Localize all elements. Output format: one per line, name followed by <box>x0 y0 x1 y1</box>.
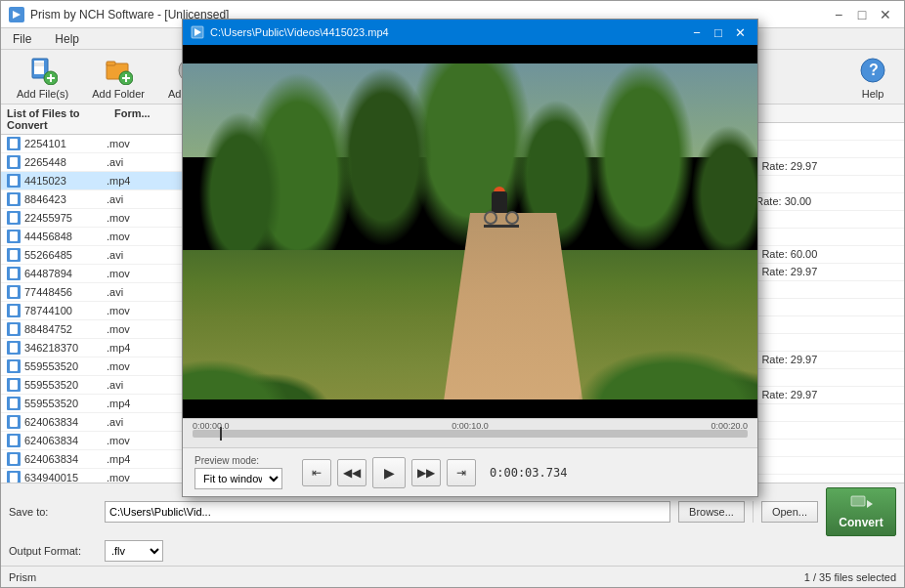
file-row[interactable]: 8846423 .avi <box>1 190 195 209</box>
help-icon: ? <box>857 55 888 86</box>
column-header-name: List of Files to Convert <box>7 107 114 131</box>
file-name: 64487894 <box>24 268 103 279</box>
file-row[interactable]: 559553520 .mp4 <box>1 395 195 413</box>
file-row[interactable]: 88484752 .mov <box>1 320 195 339</box>
add-files-label: Add File(s) <box>17 88 68 100</box>
save-to-input[interactable] <box>105 501 670 523</box>
file-row[interactable]: 346218370 .mp4 <box>1 339 195 357</box>
scene-rider <box>482 187 521 245</box>
svg-marker-0 <box>13 11 21 19</box>
file-row[interactable]: 2265448 .avi <box>1 153 195 172</box>
video-content <box>183 45 757 418</box>
help-label: Help <box>862 88 884 100</box>
minimize-button[interactable]: − <box>828 6 849 23</box>
file-icon <box>7 267 21 280</box>
add-files-button[interactable]: Add File(s) <box>9 51 76 104</box>
timeline-label-mid: 0:00:10.0 <box>452 421 489 431</box>
convert-icon <box>849 494 873 514</box>
file-name: 4415023 <box>24 175 103 187</box>
file-name: 559553520 <box>24 360 103 372</box>
file-format: .mov <box>107 268 146 279</box>
maximize-button[interactable]: □ <box>851 6 873 23</box>
file-icon <box>7 137 21 150</box>
video-minimize-button[interactable]: − <box>687 23 707 41</box>
file-row[interactable]: 78744100 .mov <box>1 302 195 320</box>
output-format-row: Output Format: .flv .mp4 .avi .mov .mkv <box>9 540 896 562</box>
video-timeline[interactable]: 0:00:00.0 0:00:10.0 0:00:20.0 <box>183 418 757 447</box>
file-row[interactable]: 77448456 .avi <box>1 283 195 302</box>
video-title-text: C:\Users\Public\Videos\4415023.mp4 <box>191 25 389 39</box>
file-row[interactable]: 22455975 .mov <box>1 209 195 228</box>
open-button[interactable]: Open... <box>761 501 818 523</box>
file-icon <box>7 192 21 206</box>
file-row[interactable]: 559553520 .mov <box>1 357 195 376</box>
file-row[interactable]: 4415023 .mp4 <box>1 172 195 190</box>
help-button[interactable]: ? Help <box>849 51 896 104</box>
browse-button[interactable]: Browse... <box>678 501 745 523</box>
app-icon <box>9 7 24 22</box>
file-row[interactable]: 634940015 .mov <box>1 469 195 483</box>
app-window: Prism by NCH Software - [Unlicensed] − □… <box>0 0 905 588</box>
file-row[interactable]: 55266485 .avi <box>1 246 195 265</box>
scene-black-top <box>183 45 757 63</box>
step-back-button[interactable]: ◀◀ <box>337 459 366 486</box>
menu-file[interactable]: File <box>9 31 35 47</box>
file-row[interactable]: 624063834 .mp4 <box>1 450 195 469</box>
file-row[interactable]: 2254101 .mov <box>1 135 195 153</box>
video-controls: Preview mode: Fit to window Original siz… <box>183 447 757 496</box>
app-name-status: Prism <box>9 571 36 583</box>
file-name: 88484752 <box>24 323 103 335</box>
skip-to-end-button[interactable]: ⇥ <box>447 459 476 486</box>
video-overlay-window[interactable]: C:\Users\Public\Videos\4415023.mp4 − □ ✕ <box>182 19 758 497</box>
file-row[interactable]: 624063834 .avi <box>1 413 195 432</box>
file-name: 624063834 <box>24 416 103 428</box>
play-button[interactable]: ▶ <box>372 457 406 488</box>
file-name: 559553520 <box>24 379 103 391</box>
file-name: 44456848 <box>24 231 103 242</box>
video-close-button[interactable]: ✕ <box>730 23 750 41</box>
convert-button[interactable]: Convert <box>826 487 896 536</box>
svg-marker-20 <box>867 500 873 508</box>
file-name: 2254101 <box>24 138 103 149</box>
file-icon <box>7 304 21 317</box>
preview-mode-select[interactable]: Fit to window Original size Stretch <box>194 468 282 489</box>
file-format: .mov <box>107 323 146 335</box>
file-icon <box>7 248 21 262</box>
file-row[interactable]: 64487894 .mov <box>1 265 195 283</box>
video-window-title: C:\Users\Public\Videos\4415023.mp4 <box>210 26 389 38</box>
file-icon <box>7 452 21 466</box>
file-row[interactable]: 559553520 .avi <box>1 376 195 395</box>
file-icon <box>7 378 21 392</box>
file-list[interactable]: 2254101 .mov 2265448 .avi 4415023 .mp4 8… <box>1 135 195 483</box>
file-format: .mp4 <box>107 175 146 187</box>
file-icon <box>7 155 21 169</box>
status-bar: Prism 1 / 35 files selected <box>1 566 904 587</box>
column-header-format: Form... <box>114 107 163 131</box>
file-row[interactable]: 44456848 .mov <box>1 228 195 246</box>
file-name: 346218370 <box>24 342 103 354</box>
file-icon <box>7 322 21 336</box>
add-folder-button[interactable]: Add Folder <box>84 51 152 104</box>
file-format: .mp4 <box>107 398 146 409</box>
step-forward-button[interactable]: ▶▶ <box>411 459 441 486</box>
skip-to-start-button[interactable]: ⇤ <box>302 459 331 486</box>
video-maximize-button[interactable]: □ <box>709 23 728 41</box>
convert-label: Convert <box>839 516 883 529</box>
rider-wheel-back <box>484 211 497 225</box>
selection-info: 1 / 35 files selected <box>804 571 896 583</box>
file-icon <box>7 359 21 373</box>
file-name: 624063834 <box>24 435 103 446</box>
menu-help[interactable]: Help <box>51 31 83 47</box>
file-format: .mov <box>107 435 146 446</box>
file-format: .avi <box>107 379 146 391</box>
close-button[interactable]: ✕ <box>875 6 896 23</box>
output-format-select[interactable]: .flv .mp4 .avi .mov .mkv <box>105 540 163 562</box>
file-row[interactable]: 624063834 .mov <box>1 432 195 450</box>
toolbar-right: ? Help <box>849 51 896 104</box>
svg-text:?: ? <box>869 62 879 78</box>
file-icon <box>7 285 21 299</box>
file-icon <box>7 397 21 410</box>
file-name: 624063834 <box>24 453 103 465</box>
video-window-title-bar: C:\Users\Public\Videos\4415023.mp4 − □ ✕ <box>183 20 757 45</box>
svg-rect-2 <box>34 61 44 74</box>
